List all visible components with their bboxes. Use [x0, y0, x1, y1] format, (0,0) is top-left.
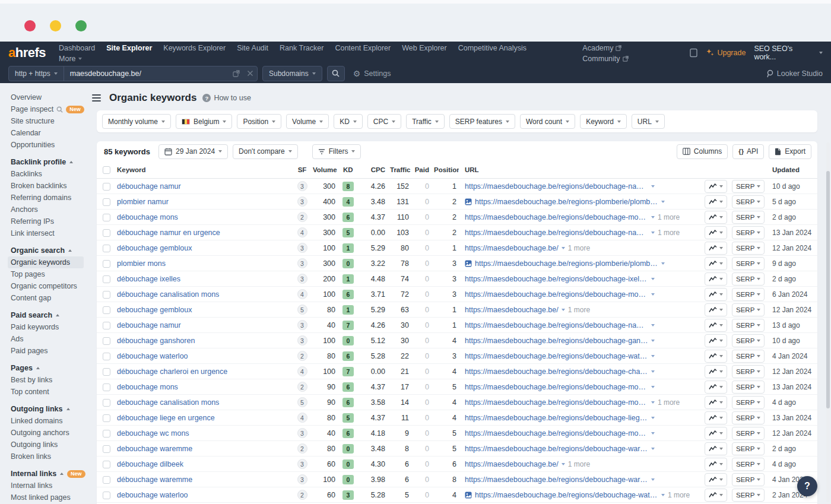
window-close-button[interactable]: [24, 20, 36, 31]
url-more-link[interactable]: 1 more: [658, 398, 680, 407]
position-history-chart-button[interactable]: [705, 427, 727, 440]
sidebar-item-organic-competitors[interactable]: Organic competitors: [8, 280, 88, 292]
sidebar-item-page-inspect[interactable]: Page inspectNew: [8, 103, 88, 115]
url-chevron-down-icon[interactable]: [651, 370, 655, 373]
serp-button[interactable]: SERP: [732, 442, 765, 455]
keyword-link[interactable]: debouchage namur: [115, 321, 294, 329]
url-link[interactable]: https://maesdebouchage.be/regions-plombe…: [475, 259, 658, 268]
serp-features-badge[interactable]: 3: [297, 459, 307, 469]
row-checkbox[interactable]: [103, 275, 110, 283]
serp-features-badge[interactable]: 4: [297, 413, 307, 423]
url-chevron-down-icon[interactable]: [651, 478, 655, 481]
serp-button[interactable]: SERP: [732, 272, 765, 286]
col-sf[interactable]: SF: [294, 166, 310, 173]
row-checkbox[interactable]: [103, 260, 110, 268]
url-more-link[interactable]: 1 more: [658, 213, 680, 221]
sidebar-item-organic-keywords[interactable]: Organic keywords: [8, 256, 84, 268]
col-updated[interactable]: Updated: [766, 166, 817, 173]
filter-kd[interactable]: KD: [334, 114, 363, 129]
menu-hamburger-icon[interactable]: [90, 92, 103, 104]
serp-features-badge[interactable]: 4: [297, 227, 307, 237]
help-floating-button[interactable]: ?: [797, 476, 817, 496]
serp-button[interactable]: SERP: [732, 381, 765, 394]
serp-features-badge[interactable]: 3: [297, 243, 307, 253]
serp-button[interactable]: SERP: [732, 334, 765, 347]
col-traffic[interactable]: Traffic: [388, 166, 411, 173]
target-input[interactable]: maesdebouchage.be/: [64, 69, 229, 78]
serp-button[interactable]: SERP: [732, 365, 765, 378]
filter-volume[interactable]: Volume: [286, 114, 329, 129]
url-more-link[interactable]: 1 more: [668, 491, 690, 499]
serp-features-badge[interactable]: 3: [297, 474, 307, 484]
url-chevron-down-icon[interactable]: [661, 262, 665, 265]
sidebar-item-site-structure[interactable]: Site structure: [8, 115, 88, 127]
serp-button[interactable]: SERP: [732, 195, 765, 208]
row-checkbox[interactable]: [103, 383, 110, 391]
tablet-icon[interactable]: [689, 48, 698, 58]
api-button[interactable]: { }API: [732, 144, 764, 159]
url-chevron-down-icon[interactable]: [651, 386, 655, 388]
position-history-chart-button[interactable]: [705, 473, 727, 486]
url-chevron-down-icon[interactable]: [651, 185, 655, 188]
url-link[interactable]: https://maesdebouchage.be/regions/debouc…: [465, 213, 648, 221]
serp-button[interactable]: SERP: [732, 319, 765, 332]
position-history-chart-button[interactable]: [705, 288, 727, 301]
url-chevron-down-icon[interactable]: [651, 417, 655, 419]
row-checkbox[interactable]: [103, 337, 110, 345]
serp-features-badge[interactable]: 2: [297, 490, 307, 500]
keyword-link[interactable]: débouchage ixelles: [115, 275, 294, 283]
position-history-chart-button[interactable]: [705, 272, 727, 286]
keyword-link[interactable]: debouchage gembloux: [115, 306, 294, 314]
filter-keyword[interactable]: Keyword: [580, 114, 627, 129]
filter-url[interactable]: URL: [632, 114, 665, 129]
url-link[interactable]: https://maesdebouchage.be/regions/debouc…: [465, 337, 648, 345]
keyword-link[interactable]: plombier namur: [115, 198, 294, 206]
col-volume[interactable]: Volume: [310, 166, 338, 173]
url-link[interactable]: https://maesdebouchage.be/: [465, 306, 559, 314]
row-checkbox[interactable]: [103, 322, 110, 329]
sidebar-item-broken-links[interactable]: Broken links: [8, 451, 88, 462]
serp-features-badge[interactable]: 3: [297, 335, 307, 345]
position-history-chart-button[interactable]: [705, 303, 727, 316]
col-position[interactable]: Position: [432, 166, 459, 173]
serp-button[interactable]: SERP: [732, 303, 765, 316]
keyword-link[interactable]: débouchage waterloo: [115, 352, 294, 360]
serp-button[interactable]: SERP: [732, 458, 765, 471]
position-history-chart-button[interactable]: [705, 257, 727, 270]
serp-features-badge[interactable]: 3: [297, 428, 307, 438]
col-kd[interactable]: KD: [338, 166, 360, 173]
sidebar-item-link-intersect[interactable]: Link intersect: [8, 227, 88, 239]
serp-features-badge[interactable]: 3: [297, 274, 307, 284]
url-link[interactable]: https://maesdebouchage.be/regions/debouc…: [465, 367, 648, 376]
url-chevron-down-icon[interactable]: [651, 355, 655, 357]
serp-button[interactable]: SERP: [732, 226, 765, 239]
row-checkbox[interactable]: [103, 229, 110, 237]
url-chevron-down-icon[interactable]: [651, 293, 655, 296]
looker-studio-button[interactable]: Looker Studio: [766, 69, 823, 78]
sidebar-item-most-linked-pages[interactable]: Most linked pages: [8, 492, 88, 503]
url-more-link[interactable]: 1 more: [568, 306, 590, 314]
serp-button[interactable]: SERP: [732, 411, 765, 424]
select-all-checkbox[interactable]: [103, 166, 110, 174]
nav-item-site-audit[interactable]: Site Audit: [237, 44, 268, 52]
keyword-link[interactable]: debouchage mons: [115, 383, 294, 391]
account-menu[interactable]: SEO SEO's work...: [754, 45, 823, 61]
keyword-link[interactable]: debouchage wc mons: [115, 429, 294, 438]
serp-features-badge[interactable]: 3: [297, 181, 307, 191]
sidebar-section-paid-search[interactable]: Paid search: [8, 309, 88, 321]
url-link[interactable]: https://maesdebouchage.be/regions/debouc…: [465, 383, 648, 391]
row-checkbox[interactable]: [103, 399, 110, 407]
keyword-link[interactable]: débouchage liege en urgence: [115, 414, 294, 422]
sidebar-item-best-by-links[interactable]: Best by links: [8, 374, 88, 386]
window-minimize-button[interactable]: [50, 20, 61, 31]
url-link[interactable]: https://maesdebouchage.be/regions-plombe…: [475, 198, 658, 206]
search-button[interactable]: [327, 66, 345, 81]
keyword-link[interactable]: débouchage namur: [115, 182, 294, 191]
open-external-icon[interactable]: [229, 70, 243, 77]
position-history-chart-button[interactable]: [705, 411, 727, 424]
serp-features-badge[interactable]: 2: [297, 212, 307, 222]
position-history-chart-button[interactable]: [705, 334, 727, 347]
position-history-chart-button[interactable]: [705, 381, 727, 394]
filter-word-count[interactable]: Word count: [520, 114, 575, 129]
url-link[interactable]: https://maesdebouchage.be/regions/debouc…: [465, 275, 648, 283]
